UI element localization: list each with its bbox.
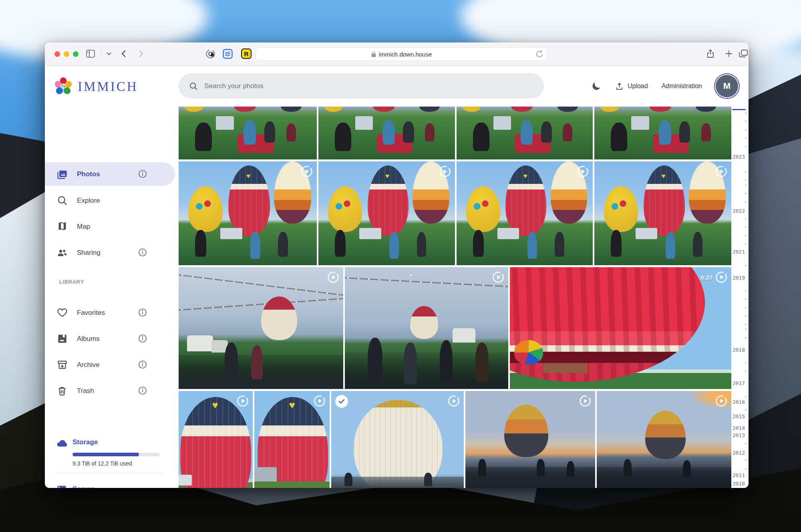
timeline-dot: [745, 226, 747, 228]
timeline-year-label: 2018: [731, 347, 745, 353]
video-indicator: [327, 271, 339, 283]
minimize-window-button[interactable]: [64, 51, 69, 57]
play-icon: [327, 271, 339, 283]
r-extension-icon[interactable]: R: [241, 48, 252, 59]
sidebar-item-map[interactable]: Map: [45, 215, 175, 238]
photo-r1c3[interactable]: [457, 107, 593, 159]
play-icon: [301, 165, 313, 177]
sidebar-item-photos[interactable]: Photos: [45, 162, 175, 186]
timeline-dot: [745, 443, 747, 444]
timeline-dot: [745, 137, 747, 139]
sidebar-item-trash[interactable]: Trash: [45, 379, 175, 403]
play-icon: [448, 395, 460, 407]
timeline-dot: [745, 235, 747, 236]
photo-r1c2[interactable]: [318, 107, 455, 159]
sidebar-toggle-icon[interactable]: [85, 48, 96, 59]
play-icon: [715, 165, 727, 177]
timeline-year-label: 2014: [731, 425, 745, 431]
play-icon: [492, 271, 504, 283]
theme-toggle-button[interactable]: [591, 81, 602, 91]
play-icon: [715, 395, 727, 407]
timeline-year-label: 2012: [731, 450, 745, 456]
photo-r2c1[interactable]: ♥: [179, 161, 317, 265]
search-input[interactable]: [203, 82, 533, 91]
storage-progress-fill: [72, 453, 139, 456]
upload-label: Upload: [628, 83, 648, 90]
info-icon[interactable]: [138, 308, 148, 318]
sidebar-item-albums[interactable]: Albums: [45, 327, 175, 351]
albums-icon: [56, 333, 68, 345]
photo-r2c2[interactable]: ♥: [318, 161, 455, 265]
timeline-dot: [745, 184, 747, 186]
info-icon[interactable]: [138, 169, 148, 179]
timeline-dot: [745, 298, 747, 300]
explore-icon: [56, 195, 68, 207]
immich-logo[interactable]: IMMICH: [54, 77, 138, 96]
sidebar-item-archive[interactable]: Archive: [45, 353, 175, 377]
play-icon: [439, 165, 451, 177]
photo-r3c1[interactable]: [179, 267, 343, 389]
browser-window: R immich.down.house: [45, 42, 749, 488]
photo-r4c1[interactable]: ♥: [179, 391, 253, 488]
photo-r3c3[interactable]: 0:27: [510, 267, 731, 389]
photo-r4c4[interactable]: [465, 391, 595, 488]
app-header: IMMICH Upload Administration M: [45, 66, 749, 107]
url-text: immich.down.house: [379, 51, 432, 58]
info-icon[interactable]: [138, 334, 148, 344]
address-bar[interactable]: immich.down.house: [256, 47, 547, 61]
administration-label: Administration: [662, 83, 702, 90]
sidebar-item-label: Albums: [77, 335, 100, 343]
timeline-dot: [745, 459, 747, 461]
search-icon: [189, 82, 198, 91]
sidebar-item-favorites[interactable]: Favorites: [45, 301, 175, 324]
timeline-dot: [745, 315, 747, 317]
timeline-year-label: 2010: [731, 481, 745, 487]
scrubber-position-indicator: [732, 109, 746, 110]
sidebar-item-label: Trash: [77, 387, 94, 395]
reload-icon[interactable]: [536, 50, 543, 59]
photo-r1c1[interactable]: [179, 107, 317, 159]
timeline-dot: [745, 265, 747, 266]
selected-check-icon[interactable]: [335, 395, 348, 408]
timeline-dot: [745, 201, 747, 203]
share-icon[interactable]: [705, 48, 716, 59]
search-bar[interactable]: [179, 73, 544, 99]
chevron-down-icon[interactable]: [103, 48, 115, 59]
sharing-icon: [56, 247, 68, 259]
timeline-dot: [745, 290, 747, 292]
blue-stack-extension-icon[interactable]: [222, 48, 233, 59]
info-icon[interactable]: [138, 386, 148, 396]
play-icon: [237, 395, 249, 407]
photo-r4c5[interactable]: [597, 391, 731, 488]
onepassword-extension-icon[interactable]: [205, 48, 215, 59]
avatar[interactable]: M: [716, 75, 738, 97]
close-window-button[interactable]: [54, 51, 60, 57]
info-icon[interactable]: [138, 360, 148, 370]
photo-r2c4[interactable]: ♥: [594, 161, 731, 265]
new-tab-icon[interactable]: [723, 48, 735, 59]
photo-r3c2[interactable]: [345, 267, 508, 389]
sidebar-item-sharing[interactable]: Sharing: [45, 241, 175, 264]
timeline-year-label: 2023: [731, 154, 745, 160]
video-indicator: [492, 271, 504, 283]
timeline-dot: [745, 193, 747, 194]
upload-button[interactable]: Upload: [615, 82, 648, 91]
photo-r4c3[interactable]: [331, 391, 464, 488]
timeline-scrubber[interactable]: 2023202220212019201820172016201520142013…: [731, 107, 749, 488]
photo-r4c2[interactable]: ♥: [254, 391, 330, 488]
video-indicator: [237, 395, 249, 407]
tab-overview-icon[interactable]: [738, 48, 749, 59]
immich-app: IMMICH Upload Administration M: [45, 66, 749, 488]
administration-button[interactable]: Administration: [662, 83, 702, 90]
photo-r1c4[interactable]: [594, 107, 731, 159]
timeline-year-label: 2011: [731, 472, 745, 478]
sidebar-item-explore[interactable]: Explore: [45, 189, 175, 212]
info-icon[interactable]: [138, 248, 148, 258]
timeline-dot: [745, 121, 747, 122]
forward-button[interactable]: [135, 48, 147, 59]
back-button[interactable]: [118, 48, 129, 59]
zoom-window-button[interactable]: [73, 51, 78, 57]
play-icon: [579, 395, 591, 407]
storage-title: Storage: [72, 438, 98, 446]
photo-r2c3[interactable]: ♥: [457, 161, 593, 265]
